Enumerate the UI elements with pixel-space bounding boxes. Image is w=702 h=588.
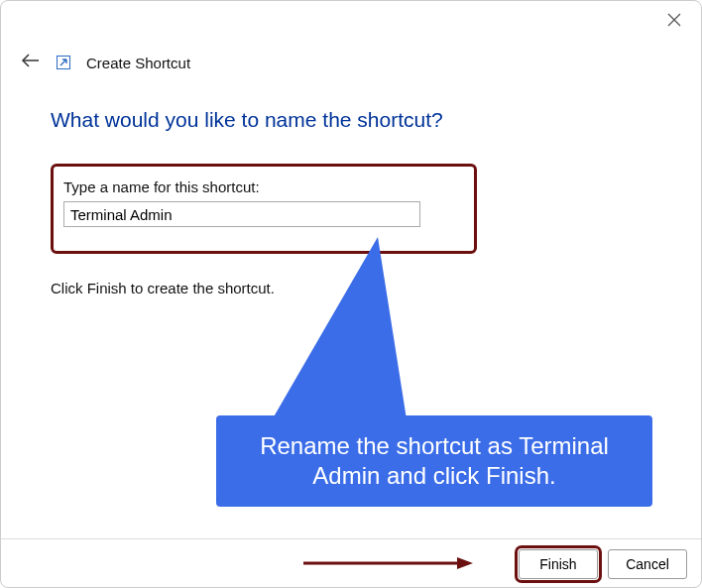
header: Create Shortcut: [21, 53, 190, 72]
annotation-text: Rename the shortcut as Terminal Admin an…: [234, 431, 635, 491]
close-button[interactable]: [667, 13, 681, 27]
shortcut-name-input[interactable]: [63, 201, 420, 227]
footer-buttons: Finish Cancel: [519, 549, 687, 579]
finish-button[interactable]: Finish: [519, 549, 598, 579]
footer-separator: [1, 538, 701, 539]
svg-marker-6: [457, 557, 473, 569]
content-area: What would you like to name the shortcut…: [51, 108, 661, 296]
highlight-annotation-box: Type a name for this shortcut:: [51, 164, 477, 254]
cancel-button[interactable]: Cancel: [608, 549, 687, 579]
annotation-callout: Rename the shortcut as Terminal Admin an…: [216, 415, 652, 507]
close-icon: [667, 13, 681, 27]
instruction-text: Click Finish to create the shortcut.: [51, 280, 661, 296]
page-heading: What would you like to name the shortcut…: [51, 108, 661, 132]
back-button[interactable]: [21, 53, 41, 72]
window-title: Create Shortcut: [86, 55, 190, 71]
back-arrow-icon: [21, 53, 41, 68]
wizard-window: Create Shortcut What would you like to n…: [0, 0, 702, 588]
field-label: Type a name for this shortcut:: [63, 178, 464, 195]
shortcut-icon: [57, 56, 70, 69]
arrow-annotation-icon: [298, 553, 477, 573]
